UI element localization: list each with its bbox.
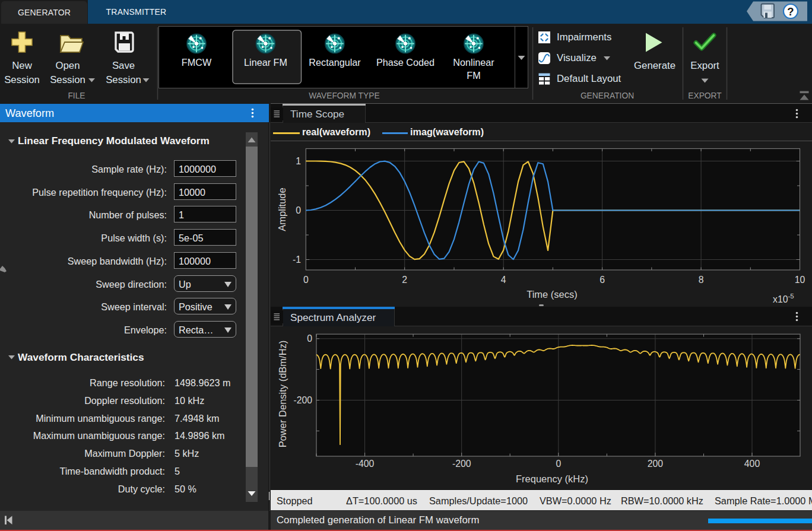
svg-text:-5: -5 bbox=[788, 292, 794, 300]
svg-text:Rectangular: Rectangular bbox=[309, 57, 361, 68]
svg-text:0: 0 bbox=[303, 275, 309, 285]
svg-text:Session: Session bbox=[50, 74, 85, 85]
svg-text:0: 0 bbox=[556, 459, 561, 469]
svg-text:-200: -200 bbox=[452, 459, 471, 469]
svg-text:Frequency (kHz): Frequency (kHz) bbox=[516, 473, 588, 484]
svg-text:Generate: Generate bbox=[634, 60, 675, 71]
svg-text:Amplitude: Amplitude bbox=[277, 187, 287, 231]
svg-text:0: 0 bbox=[307, 333, 312, 344]
svg-text:Save: Save bbox=[112, 60, 135, 71]
svg-text:x10: x10 bbox=[773, 294, 788, 304]
svg-text:Visualize: Visualize bbox=[557, 52, 597, 63]
svg-text:Power Density (dBm/Hz): Power Density (dBm/Hz) bbox=[277, 341, 288, 448]
svg-text:200: 200 bbox=[648, 459, 664, 469]
svg-text:-200: -200 bbox=[293, 395, 312, 405]
svg-text:GENERATION: GENERATION bbox=[581, 91, 634, 100]
svg-text:Phase Coded: Phase Coded bbox=[376, 57, 434, 68]
svg-text:1: 1 bbox=[296, 156, 301, 166]
svg-text:Default Layout: Default Layout bbox=[557, 73, 621, 84]
svg-text:0: 0 bbox=[296, 205, 301, 215]
svg-text:FILE: FILE bbox=[68, 91, 85, 100]
svg-text:FMCW: FMCW bbox=[182, 57, 212, 68]
svg-text:10: 10 bbox=[795, 275, 805, 285]
svg-text:4: 4 bbox=[501, 275, 506, 285]
svg-text:8: 8 bbox=[699, 275, 704, 285]
svg-text:-400: -400 bbox=[356, 459, 375, 469]
svg-text:Session: Session bbox=[4, 74, 40, 85]
svg-text:-1: -1 bbox=[293, 255, 301, 265]
svg-text:?: ? bbox=[787, 5, 794, 18]
svg-text:400: 400 bbox=[744, 459, 760, 469]
svg-text:WAVEFORM TYPE: WAVEFORM TYPE bbox=[309, 91, 379, 100]
svg-text:6: 6 bbox=[600, 275, 605, 285]
svg-text:Open: Open bbox=[55, 60, 80, 71]
svg-text:2: 2 bbox=[402, 275, 407, 285]
svg-text:Nonlinear: Nonlinear bbox=[453, 57, 494, 68]
svg-text:New: New bbox=[12, 60, 32, 71]
svg-text:Impairments: Impairments bbox=[557, 31, 611, 43]
svg-text:Export: Export bbox=[690, 60, 719, 71]
svg-text:Linear FM: Linear FM bbox=[244, 57, 287, 68]
svg-text:Session: Session bbox=[106, 74, 141, 85]
svg-text:EXPORT: EXPORT bbox=[688, 91, 722, 100]
svg-text:Time (secs): Time (secs) bbox=[526, 289, 578, 300]
svg-text:FM: FM bbox=[467, 70, 480, 81]
